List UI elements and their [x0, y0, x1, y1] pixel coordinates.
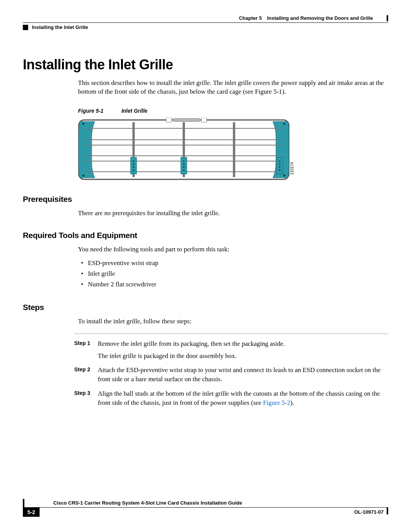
svg-rect-6 [166, 118, 172, 122]
chapter-title: Installing and Removing the Doors and Gr… [267, 15, 373, 21]
svg-point-21 [133, 163, 134, 165]
section-name: Installing the Inlet Grille [32, 24, 88, 30]
svg-point-26 [183, 166, 185, 168]
svg-point-20 [133, 160, 134, 162]
header-bar-icon [387, 15, 388, 21]
list-item: Number 2 flat screwdriver [88, 279, 388, 290]
list-item: Inlet grille [88, 268, 388, 279]
svg-rect-7 [201, 118, 207, 122]
list-item: ESD-preventive wrist strap [88, 258, 388, 268]
figure-number: Figure 5-1 [78, 108, 120, 114]
step-label: Step 2 [74, 366, 98, 384]
page-title: Installing the Inlet Grille [23, 57, 388, 73]
svg-point-23 [133, 169, 134, 171]
step-text: Attach the ESD-preventive wrist strap to… [98, 366, 388, 384]
figure-caption: Figure 5-1 Inlet Grille [78, 108, 388, 114]
svg-point-4 [283, 174, 285, 177]
svg-point-27 [183, 169, 185, 171]
figure-link[interactable]: Figure 5-2 [263, 399, 290, 406]
step-extra: The inlet grille is packaged in the door… [98, 351, 388, 361]
figure-title: Inlet Grille [121, 108, 147, 114]
running-header: Chapter 5 Installing and Removing the Do… [23, 15, 388, 21]
svg-point-30 [279, 166, 280, 168]
step-label: Step 3 [74, 389, 98, 407]
step-row: Step 3 Align the ball studs at the botto… [74, 389, 388, 407]
heading-tools: Required Tools and Equipment [23, 231, 388, 240]
step-text: Align the ball studs at the bottom of th… [98, 389, 388, 407]
steps-rule-icon [74, 334, 388, 334]
svg-point-28 [279, 160, 280, 162]
page-footer: Cisco CRS-1 Carrier Routing System 4-Slo… [23, 500, 388, 517]
prereq-text: There are no prerequisites for installin… [78, 209, 388, 218]
page-number: 5-2 [23, 508, 40, 517]
step-label: Step 1 [74, 339, 98, 348]
svg-point-1 [82, 123, 84, 125]
step-text: Remove the inlet grille from its packagi… [98, 339, 388, 348]
guide-title: Cisco CRS-1 Carrier Routing System 4-Slo… [53, 500, 242, 506]
svg-rect-17 [131, 157, 137, 174]
tools-list: ESD-preventive wrist strap Inlet grille … [78, 258, 388, 290]
svg-point-25 [183, 163, 185, 165]
svg-point-24 [183, 160, 185, 162]
svg-rect-18 [181, 157, 187, 174]
svg-rect-5 [173, 118, 200, 121]
figure-inlet-grille: 210174 [78, 118, 388, 182]
heading-prerequisites: Prerequisites [23, 195, 388, 204]
square-bullet-icon [23, 25, 28, 30]
chapter-label: Chapter 5 [239, 15, 262, 21]
step-row: Step 2 Attach the ESD-preventive wrist s… [74, 366, 388, 384]
svg-point-3 [283, 123, 285, 125]
tools-intro: You need the following tools and part to… [78, 245, 388, 254]
svg-point-2 [82, 174, 84, 177]
document-number: OL-10971-07 [354, 508, 388, 515]
figure-asset-id: 210174 [290, 162, 294, 175]
running-subheader: Installing the Inlet Grille [23, 22, 388, 30]
heading-steps: Steps [23, 303, 388, 312]
svg-point-29 [279, 163, 280, 165]
svg-point-31 [279, 169, 280, 171]
step-row: Step 1 Remove the inlet grille from its … [74, 339, 388, 348]
svg-rect-19 [277, 157, 283, 174]
steps-intro: To install the inlet grille, follow thes… [78, 317, 388, 326]
intro-paragraph: This section describes how to install th… [78, 79, 388, 96]
svg-point-22 [133, 166, 134, 168]
